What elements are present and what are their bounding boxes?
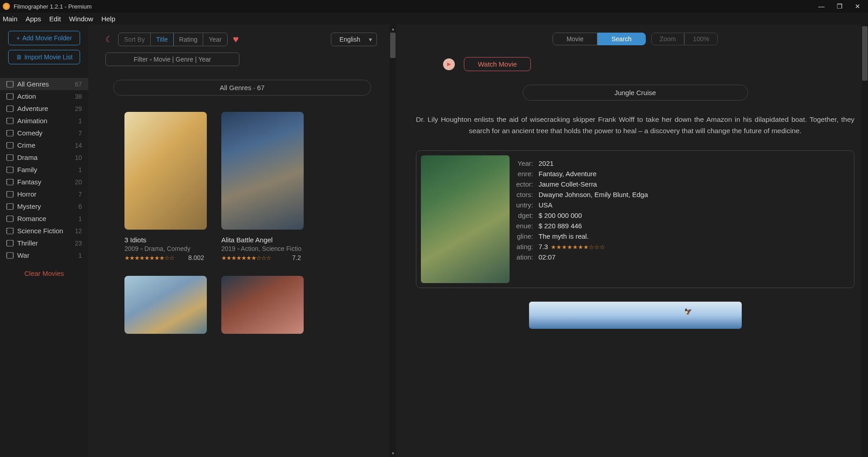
sidebar-item-family[interactable]: Family1 xyxy=(0,164,88,176)
film-icon xyxy=(6,130,14,136)
sidebar-item-all-genres[interactable]: All Genres67 xyxy=(0,78,88,90)
sidebar-item-animation[interactable]: Animation1 xyxy=(0,115,88,127)
minimize-button[interactable]: — xyxy=(818,3,825,10)
plus-icon: + xyxy=(16,34,20,42)
sidebar-item-action[interactable]: Action38 xyxy=(0,90,88,102)
scrollbar[interactable]: ▴ ▾ xyxy=(390,24,396,457)
detail-value: Jaume Collet-Serra xyxy=(539,180,597,188)
movie-card[interactable] xyxy=(221,276,304,334)
menu-window[interactable]: Window xyxy=(69,15,93,23)
sidebar-item-fantasy[interactable]: Fantasy20 xyxy=(0,176,88,188)
film-icon xyxy=(6,142,14,149)
import-movie-list-button[interactable]: 🗎 Import Movie List xyxy=(8,50,80,64)
detail-value: USA xyxy=(539,201,553,209)
sidebar-item-adventure[interactable]: Adventure29 xyxy=(0,102,88,115)
detail-row: Year:2021 xyxy=(511,158,648,168)
app-icon xyxy=(3,3,10,10)
movie-meta: 2009 ▫ Drama, Comedy xyxy=(124,245,207,252)
sidebar-item-crime[interactable]: Crime14 xyxy=(0,139,88,151)
movie-card[interactable] xyxy=(124,276,207,334)
film-icon xyxy=(6,167,14,173)
genre-count: 10 xyxy=(75,154,82,161)
sidebar-item-horror[interactable]: Horror7 xyxy=(0,188,88,200)
sort-title[interactable]: Title xyxy=(151,33,174,46)
detail-row: untry:USA xyxy=(511,200,648,210)
genre-count: 23 xyxy=(75,240,82,247)
moon-icon[interactable]: ☾ xyxy=(105,34,113,44)
film-icon xyxy=(6,93,14,100)
menu-main[interactable]: Main xyxy=(3,15,18,23)
detail-label: gline: xyxy=(511,232,533,240)
rating-value: 7.2 xyxy=(292,254,304,261)
scroll-up-icon[interactable]: ▴ xyxy=(391,26,395,31)
menu-edit[interactable]: Edit xyxy=(49,15,61,23)
detail-value: $ 220 889 446 xyxy=(539,222,582,230)
movie-card[interactable]: 3 Idiots 2009 ▫ Drama, Comedy ★★★★★★★★☆☆… xyxy=(124,112,207,261)
movie-card[interactable]: Alita Battle Angel 2019 ▫ Action, Scienc… xyxy=(221,112,304,261)
tab-movie[interactable]: Movie xyxy=(553,33,597,45)
language-select[interactable]: English xyxy=(331,33,377,46)
watch-movie-button[interactable]: Watch Movie xyxy=(464,57,531,71)
film-icon xyxy=(6,252,14,259)
play-icon[interactable]: ▶ xyxy=(443,58,455,70)
menu-apps[interactable]: Apps xyxy=(26,15,41,23)
detail-panel: Movie Search Zoom 100% ▶ Watch Movie Jun… xyxy=(396,24,868,457)
detail-row: ector:Jaume Collet-Serra xyxy=(511,179,648,189)
sidebar-item-war[interactable]: War1 xyxy=(0,249,88,261)
sidebar-item-science-fiction[interactable]: Science Fiction12 xyxy=(0,225,88,237)
genre-label: Adventure xyxy=(17,105,48,112)
film-icon xyxy=(6,154,14,161)
sort-rating[interactable]: Rating xyxy=(174,33,203,46)
movie-poster xyxy=(124,276,207,334)
detail-value: 7.3★★★★★★★☆☆☆ xyxy=(539,243,605,250)
maximize-button[interactable]: ❐ xyxy=(836,3,843,10)
film-icon xyxy=(6,118,14,124)
detail-row: enre:Fantasy, Adventure xyxy=(511,168,648,179)
detail-poster xyxy=(421,155,510,283)
scroll-thumb[interactable] xyxy=(390,33,396,58)
scroll-down-icon[interactable]: ▾ xyxy=(391,451,395,455)
detail-label: enre: xyxy=(511,170,533,178)
detail-value: 02:07 xyxy=(539,253,556,261)
document-icon: 🗎 xyxy=(16,53,22,61)
sidebar-item-drama[interactable]: Drama10 xyxy=(0,151,88,164)
detail-value: The myth is real. xyxy=(539,232,589,240)
clear-movies-button[interactable]: Clear Movies xyxy=(0,261,88,285)
zoom-value[interactable]: 100% xyxy=(684,33,718,45)
detail-label: dget: xyxy=(511,212,533,219)
heart-icon[interactable]: ♥ xyxy=(233,34,239,45)
detail-row: dget:$ 200 000 000 xyxy=(511,210,648,221)
tab-search[interactable]: Search xyxy=(597,33,645,45)
film-icon xyxy=(6,228,14,234)
filter-input[interactable]: Filter ▫ Movie | Genre | Year xyxy=(105,53,239,66)
center-panel: ☾ Sort By Title Rating Year ♥ English Fi… xyxy=(88,24,396,457)
scroll-thumb[interactable] xyxy=(862,26,868,81)
scrollbar[interactable] xyxy=(862,24,868,457)
sort-year[interactable]: Year xyxy=(203,33,227,46)
sidebar-item-thriller[interactable]: Thriller23 xyxy=(0,237,88,249)
movie-poster xyxy=(124,112,207,230)
genre-label: Mystery xyxy=(17,202,41,210)
menu-help[interactable]: Help xyxy=(101,15,115,23)
genre-label: Action xyxy=(17,92,36,100)
genre-count: 7 xyxy=(78,130,82,137)
detail-value: Dwayne Johnson, Emily Blunt, Edga xyxy=(539,191,648,198)
rating-value: 8.002 xyxy=(188,254,207,261)
genre-count: 6 xyxy=(78,203,82,210)
zoom-label[interactable]: Zoom xyxy=(651,33,685,45)
menubar: Main Apps Edit Window Help xyxy=(0,13,868,24)
genre-count: 20 xyxy=(75,178,82,186)
genre-count: 7 xyxy=(78,191,82,198)
star-rating: ★★★★★★★★☆☆ xyxy=(124,255,174,261)
genre-count: 67 xyxy=(75,81,82,88)
add-movie-folder-button[interactable]: + Add Movie Folder xyxy=(8,31,80,45)
sidebar-item-mystery[interactable]: Mystery6 xyxy=(0,200,88,212)
star-rating: ★★★★★★★☆☆☆ xyxy=(221,255,271,261)
detail-label: untry: xyxy=(511,201,533,209)
sidebar-item-comedy[interactable]: Comedy7 xyxy=(0,127,88,139)
sidebar-item-romance[interactable]: Romance1 xyxy=(0,212,88,225)
film-icon xyxy=(6,106,14,112)
film-icon xyxy=(6,191,14,197)
close-button[interactable]: ✕ xyxy=(854,3,861,10)
genre-label: Comedy xyxy=(17,129,43,137)
